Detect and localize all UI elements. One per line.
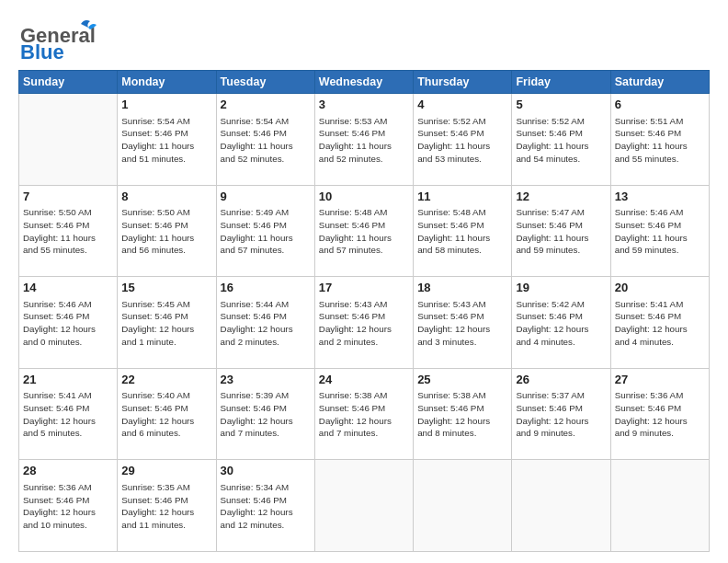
calendar-cell: 5Sunrise: 5:52 AM Sunset: 5:46 PM Daylig… [512, 94, 610, 186]
day-info: Sunrise: 5:52 AM Sunset: 5:46 PM Dayligh… [516, 115, 606, 166]
day-number: 30 [221, 463, 311, 479]
header: General Blue [18, 17, 710, 61]
calendar-cell: 23Sunrise: 5:39 AM Sunset: 5:46 PM Dayli… [216, 368, 314, 460]
calendar-cell [610, 460, 709, 552]
calendar-cell: 4Sunrise: 5:52 AM Sunset: 5:46 PM Daylig… [414, 94, 512, 186]
calendar-cell: 28Sunrise: 5:36 AM Sunset: 5:46 PM Dayli… [19, 460, 118, 552]
day-number: 3 [319, 97, 409, 113]
calendar-cell: 20Sunrise: 5:41 AM Sunset: 5:46 PM Dayli… [610, 277, 709, 369]
calendar-cell: 27Sunrise: 5:36 AM Sunset: 5:46 PM Dayli… [610, 368, 709, 460]
calendar-cell: 11Sunrise: 5:48 AM Sunset: 5:46 PM Dayli… [414, 185, 512, 277]
day-info: Sunrise: 5:41 AM Sunset: 5:46 PM Dayligh… [615, 298, 705, 349]
day-number: 27 [615, 372, 705, 388]
calendar-cell: 12Sunrise: 5:47 AM Sunset: 5:46 PM Dayli… [512, 185, 610, 277]
day-number: 26 [516, 372, 606, 388]
day-info: Sunrise: 5:43 AM Sunset: 5:46 PM Dayligh… [319, 298, 409, 349]
calendar-cell: 14Sunrise: 5:46 AM Sunset: 5:46 PM Dayli… [19, 277, 118, 369]
day-info: Sunrise: 5:53 AM Sunset: 5:46 PM Dayligh… [319, 115, 409, 166]
page: General Blue SundayMondayTuesdayWednesda… [0, 0, 728, 563]
weekday-header-thursday: Thursday [414, 71, 512, 94]
calendar-header: SundayMondayTuesdayWednesdayThursdayFrid… [19, 71, 710, 94]
day-info: Sunrise: 5:46 AM Sunset: 5:46 PM Dayligh… [615, 206, 705, 257]
calendar-cell [512, 460, 610, 552]
calendar-week-2: 7Sunrise: 5:50 AM Sunset: 5:46 PM Daylig… [19, 185, 710, 277]
calendar-cell: 17Sunrise: 5:43 AM Sunset: 5:46 PM Dayli… [314, 277, 413, 369]
weekday-header-sunday: Sunday [19, 71, 118, 94]
calendar-cell: 30Sunrise: 5:34 AM Sunset: 5:46 PM Dayli… [216, 460, 314, 552]
day-number: 24 [319, 372, 409, 388]
day-info: Sunrise: 5:36 AM Sunset: 5:46 PM Dayligh… [615, 389, 705, 440]
calendar-cell: 29Sunrise: 5:35 AM Sunset: 5:46 PM Dayli… [118, 460, 216, 552]
calendar-cell: 8Sunrise: 5:50 AM Sunset: 5:46 PM Daylig… [118, 185, 216, 277]
day-number: 25 [417, 372, 507, 388]
day-number: 22 [121, 372, 211, 388]
day-info: Sunrise: 5:40 AM Sunset: 5:46 PM Dayligh… [121, 389, 211, 440]
day-number: 4 [417, 97, 507, 113]
day-info: Sunrise: 5:51 AM Sunset: 5:46 PM Dayligh… [615, 115, 705, 166]
day-number: 19 [516, 280, 606, 296]
calendar-cell [19, 94, 118, 186]
calendar-cell: 15Sunrise: 5:45 AM Sunset: 5:46 PM Dayli… [118, 277, 216, 369]
day-info: Sunrise: 5:43 AM Sunset: 5:46 PM Dayligh… [417, 298, 507, 349]
calendar-cell [414, 460, 512, 552]
day-info: Sunrise: 5:46 AM Sunset: 5:46 PM Dayligh… [23, 298, 113, 349]
calendar-week-5: 28Sunrise: 5:36 AM Sunset: 5:46 PM Dayli… [19, 460, 710, 552]
day-info: Sunrise: 5:48 AM Sunset: 5:46 PM Dayligh… [417, 206, 507, 257]
day-info: Sunrise: 5:37 AM Sunset: 5:46 PM Dayligh… [516, 389, 606, 440]
day-number: 16 [221, 280, 311, 296]
calendar-cell: 6Sunrise: 5:51 AM Sunset: 5:46 PM Daylig… [610, 94, 709, 186]
day-number: 21 [23, 372, 113, 388]
calendar-week-1: 1Sunrise: 5:54 AM Sunset: 5:46 PM Daylig… [19, 94, 710, 186]
calendar-cell: 22Sunrise: 5:40 AM Sunset: 5:46 PM Dayli… [118, 368, 216, 460]
calendar-table: SundayMondayTuesdayWednesdayThursdayFrid… [18, 70, 710, 552]
day-number: 20 [615, 280, 705, 296]
calendar-cell: 21Sunrise: 5:41 AM Sunset: 5:46 PM Dayli… [19, 368, 118, 460]
day-info: Sunrise: 5:34 AM Sunset: 5:46 PM Dayligh… [221, 481, 311, 532]
day-number: 11 [417, 189, 507, 205]
day-info: Sunrise: 5:38 AM Sunset: 5:46 PM Dayligh… [417, 389, 507, 440]
day-info: Sunrise: 5:39 AM Sunset: 5:46 PM Dayligh… [221, 389, 311, 440]
calendar-cell: 16Sunrise: 5:44 AM Sunset: 5:46 PM Dayli… [216, 277, 314, 369]
logo: General Blue [18, 17, 97, 61]
day-number: 23 [221, 372, 311, 388]
day-info: Sunrise: 5:42 AM Sunset: 5:46 PM Dayligh… [516, 298, 606, 349]
day-number: 7 [23, 189, 113, 205]
calendar-week-3: 14Sunrise: 5:46 AM Sunset: 5:46 PM Dayli… [19, 277, 710, 369]
day-info: Sunrise: 5:54 AM Sunset: 5:46 PM Dayligh… [121, 115, 211, 166]
day-info: Sunrise: 5:50 AM Sunset: 5:46 PM Dayligh… [121, 206, 211, 257]
day-info: Sunrise: 5:47 AM Sunset: 5:46 PM Dayligh… [516, 206, 606, 257]
calendar-cell: 19Sunrise: 5:42 AM Sunset: 5:46 PM Dayli… [512, 277, 610, 369]
day-info: Sunrise: 5:36 AM Sunset: 5:46 PM Dayligh… [23, 481, 113, 532]
calendar-cell: 7Sunrise: 5:50 AM Sunset: 5:46 PM Daylig… [19, 185, 118, 277]
calendar-cell: 2Sunrise: 5:54 AM Sunset: 5:46 PM Daylig… [216, 94, 314, 186]
day-number: 6 [615, 97, 705, 113]
day-number: 10 [319, 189, 409, 205]
calendar-body: 1Sunrise: 5:54 AM Sunset: 5:46 PM Daylig… [19, 94, 710, 552]
day-info: Sunrise: 5:54 AM Sunset: 5:46 PM Dayligh… [221, 115, 311, 166]
day-number: 12 [516, 189, 606, 205]
weekday-header-friday: Friday [512, 71, 610, 94]
day-number: 1 [121, 97, 211, 113]
calendar-cell [314, 460, 413, 552]
calendar-cell: 10Sunrise: 5:48 AM Sunset: 5:46 PM Dayli… [314, 185, 413, 277]
weekday-row: SundayMondayTuesdayWednesdayThursdayFrid… [19, 71, 710, 94]
calendar-cell: 13Sunrise: 5:46 AM Sunset: 5:46 PM Dayli… [610, 185, 709, 277]
day-number: 17 [319, 280, 409, 296]
weekday-header-monday: Monday [118, 71, 216, 94]
day-number: 14 [23, 280, 113, 296]
day-info: Sunrise: 5:41 AM Sunset: 5:46 PM Dayligh… [23, 389, 113, 440]
day-info: Sunrise: 5:45 AM Sunset: 5:46 PM Dayligh… [121, 298, 211, 349]
day-info: Sunrise: 5:35 AM Sunset: 5:46 PM Dayligh… [121, 481, 211, 532]
calendar-cell: 25Sunrise: 5:38 AM Sunset: 5:46 PM Dayli… [414, 368, 512, 460]
day-number: 5 [516, 97, 606, 113]
day-number: 9 [221, 189, 311, 205]
calendar-cell: 18Sunrise: 5:43 AM Sunset: 5:46 PM Dayli… [414, 277, 512, 369]
day-info: Sunrise: 5:48 AM Sunset: 5:46 PM Dayligh… [319, 206, 409, 257]
day-number: 18 [417, 280, 507, 296]
day-number: 15 [121, 280, 211, 296]
calendar-cell: 3Sunrise: 5:53 AM Sunset: 5:46 PM Daylig… [314, 94, 413, 186]
day-number: 8 [121, 189, 211, 205]
calendar-cell: 24Sunrise: 5:38 AM Sunset: 5:46 PM Dayli… [314, 368, 413, 460]
day-number: 13 [615, 189, 705, 205]
day-info: Sunrise: 5:38 AM Sunset: 5:46 PM Dayligh… [319, 389, 409, 440]
